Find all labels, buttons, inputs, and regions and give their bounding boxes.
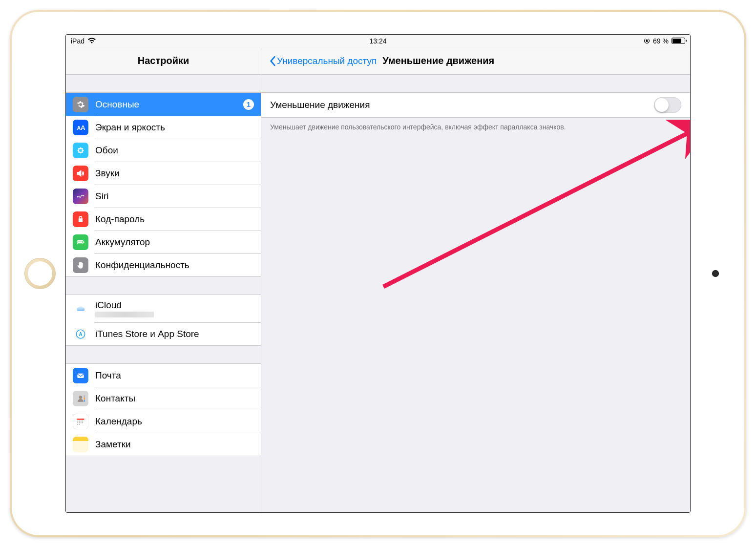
reduce-motion-row: Уменьшение движения	[261, 92, 690, 118]
svg-point-6	[78, 149, 80, 151]
sidebar-item-label: Аккумулятор	[95, 237, 254, 248]
sidebar-item-store[interactable]: A iTunes Store и App Store	[66, 322, 261, 345]
front-camera	[712, 270, 719, 277]
status-time: 13:24	[369, 37, 386, 45]
status-bar: iPad 13:24 69 %	[66, 35, 690, 47]
sidebar-item-passcode[interactable]: Код-пароль	[66, 208, 261, 231]
sidebar-item-label: iTunes Store и App Store	[95, 329, 254, 339]
sidebar-title: Настройки	[138, 55, 189, 66]
notification-badge: 1	[243, 99, 254, 110]
sidebar-item-label: Экран и яркость	[95, 122, 254, 133]
svg-text:A: A	[79, 331, 82, 337]
svg-point-8	[78, 147, 80, 149]
svg-point-7	[82, 149, 84, 151]
sidebar-item-privacy[interactable]: Конфиденциальность	[66, 253, 261, 276]
back-button[interactable]: Универсальный доступ	[269, 56, 377, 66]
sidebar-item-label: Контакты	[95, 393, 254, 404]
svg-line-34	[383, 122, 691, 287]
sidebar-item-label: Заметки	[95, 439, 254, 450]
orientation-lock-icon	[644, 38, 650, 44]
back-label: Универсальный доступ	[277, 56, 377, 66]
sidebar-item-notes[interactable]: Заметки	[66, 433, 261, 456]
svg-rect-25	[79, 421, 80, 421]
svg-rect-22	[84, 400, 85, 401]
sidebar-item-calendar[interactable]: Календарь	[66, 410, 261, 433]
sidebar-item-battery[interactable]: Аккумулятор	[66, 231, 261, 253]
svg-rect-21	[84, 397, 85, 399]
annotation-arrow	[378, 116, 691, 292]
reduce-motion-toggle[interactable]	[654, 97, 681, 113]
detail-header: Универсальный доступ Уменьшение движения	[261, 47, 690, 75]
gear-icon	[73, 97, 88, 112]
svg-rect-27	[82, 421, 83, 421]
sidebar-item-general[interactable]: Основные 1	[66, 93, 261, 116]
home-button[interactable]	[24, 258, 56, 289]
calendar-icon	[73, 414, 88, 429]
sidebar-item-label: Основные	[95, 99, 239, 110]
sidebar-item-icloud[interactable]: iCloud	[66, 295, 261, 322]
sidebar-item-label: Siri	[95, 191, 254, 202]
sidebar-item-wallpaper[interactable]: Обои	[66, 139, 261, 162]
siri-icon	[73, 189, 88, 204]
lock-icon	[73, 211, 88, 227]
svg-point-4	[80, 147, 82, 149]
mail-icon	[73, 368, 88, 383]
settings-group-1: Основные 1 AA Экран и яркость	[66, 92, 261, 277]
sidebar-item-display[interactable]: AA Экран и яркость	[66, 116, 261, 139]
sidebar-item-label: Календарь	[95, 416, 254, 427]
svg-rect-18	[77, 373, 84, 378]
svg-rect-24	[77, 421, 78, 421]
svg-point-12	[80, 149, 81, 151]
wifi-icon	[87, 38, 96, 44]
svg-rect-23	[77, 419, 84, 420]
svg-point-10	[78, 151, 80, 153]
sidebar-item-mail[interactable]: Почта	[66, 364, 261, 387]
ipad-bezel: iPad 13:24 69 % На	[12, 12, 744, 535]
sidebar-item-label: Конфиденциальность	[95, 260, 254, 271]
svg-point-5	[80, 151, 82, 153]
ipad-frame: iPad 13:24 69 % На	[10, 10, 746, 537]
sidebar-item-siri[interactable]: Siri	[66, 185, 261, 208]
svg-rect-33	[79, 424, 80, 425]
sidebar-item-label: Код-пароль	[95, 214, 254, 225]
svg-rect-31	[82, 422, 83, 423]
status-battery-pct: 69 %	[653, 37, 669, 45]
sidebar-item-contacts[interactable]: Контакты	[66, 387, 261, 410]
svg-rect-26	[81, 421, 82, 421]
sidebar-scroll[interactable]: Основные 1 AA Экран и яркость	[66, 75, 261, 512]
svg-rect-28	[77, 422, 78, 423]
reduce-motion-footer: Уменьшает движение пользовательского инт…	[261, 118, 690, 137]
svg-point-19	[79, 396, 83, 399]
cloud-icon	[73, 301, 88, 316]
icloud-account-redacted	[95, 312, 154, 317]
detail-pane: Универсальный доступ Уменьшение движения…	[261, 47, 690, 512]
svg-rect-20	[84, 395, 85, 397]
text-size-icon: AA	[73, 120, 88, 135]
speaker-icon	[73, 166, 88, 181]
screen: iPad 13:24 69 % На	[65, 34, 691, 513]
sidebar-item-label: iCloud	[95, 300, 254, 311]
contacts-icon	[73, 391, 88, 406]
svg-rect-15	[78, 241, 82, 243]
battery-icon	[73, 234, 88, 250]
svg-rect-32	[77, 424, 78, 425]
svg-point-9	[81, 147, 83, 149]
status-device-label: iPad	[71, 37, 84, 45]
svg-rect-30	[81, 422, 82, 423]
svg-rect-29	[79, 422, 80, 423]
settings-group-2: iCloud A iTunes Store и App Store	[66, 295, 261, 346]
svg-text:A: A	[81, 124, 85, 131]
settings-sidebar: Настройки Основные 1	[66, 47, 261, 512]
battery-icon	[672, 38, 685, 44]
hand-icon	[73, 257, 88, 273]
sidebar-item-label: Обои	[95, 145, 254, 156]
notes-icon	[73, 437, 88, 452]
svg-rect-14	[84, 241, 84, 243]
sidebar-item-sounds[interactable]: Звуки	[66, 162, 261, 185]
detail-title: Уменьшение движения	[382, 55, 494, 66]
sidebar-item-label: Почта	[95, 370, 254, 381]
appstore-icon: A	[73, 326, 88, 342]
reduce-motion-label: Уменьшение движения	[270, 100, 370, 110]
flower-icon	[73, 143, 88, 158]
sidebar-header: Настройки	[66, 47, 261, 75]
